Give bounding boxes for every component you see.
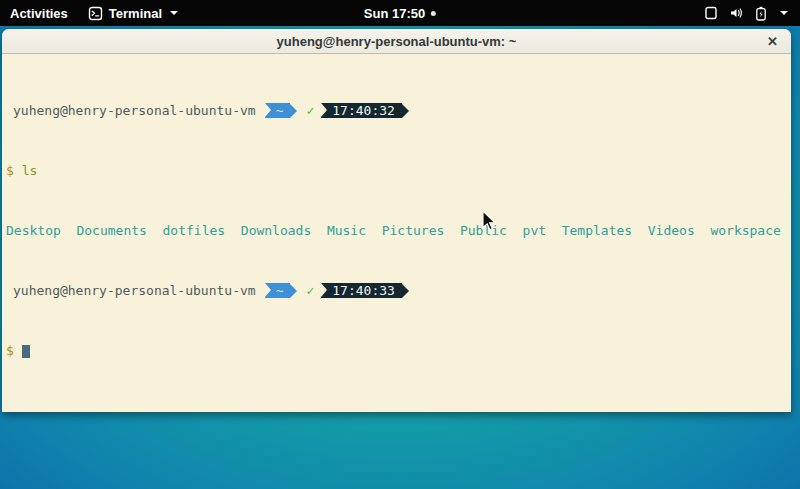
powerline-arrow-icon [290, 284, 297, 298]
ls-output: Desktop Documents dotfiles Downloads Mus… [6, 223, 791, 238]
system-menu[interactable] [692, 0, 800, 26]
status-check-icon: ✓ [306, 103, 314, 118]
prompt-time-segment: 17:40:32 [321, 103, 402, 118]
shell-prompt: $ [6, 343, 14, 358]
shell-prompt: $ [6, 163, 14, 178]
activities-label: Activities [10, 6, 68, 21]
typed-command: ls [22, 163, 38, 178]
terminal-icon [88, 6, 103, 21]
chevron-down-icon [170, 11, 178, 15]
app-menu[interactable]: Terminal [78, 0, 188, 26]
prompt-time: 17:40:32 [332, 103, 395, 118]
prompt-line: yuheng@henry-personal-ubuntu-vm ~ ✓ 17:4… [6, 103, 791, 118]
app-menu-label: Terminal [109, 6, 162, 21]
prompt-username: yuheng@henry-personal-ubuntu-vm [13, 103, 265, 118]
prompt-time-segment: 17:40:33 [321, 283, 402, 298]
powerline-arrow-icon [290, 104, 297, 118]
status-check-icon: ✓ [306, 283, 314, 298]
prompt-cwd: ~ [276, 103, 284, 118]
command-line-current[interactable]: $ [6, 343, 791, 358]
prompt-line: yuheng@henry-personal-ubuntu-vm ~ ✓ 17:4… [6, 283, 791, 298]
mouse-pointer-icon [482, 210, 498, 232]
top-bar: Activities Terminal Sun 17:50 [0, 0, 800, 26]
terminal-cursor [22, 345, 30, 358]
terminal-window: yuheng@henry-personal-ubuntu-vm: ~ ✕ yuh… [2, 29, 791, 412]
window-title: yuheng@henry-personal-ubuntu-vm: ~ [277, 34, 517, 49]
terminal-content[interactable]: yuheng@henry-personal-ubuntu-vm ~ ✓ 17:4… [2, 54, 791, 411]
prompt-cwd-segment: ~ [265, 103, 291, 118]
desktop-background: Activities Terminal Sun 17:50 [0, 0, 800, 489]
window-titlebar[interactable]: yuheng@henry-personal-ubuntu-vm: ~ ✕ [2, 29, 791, 54]
clock-label: Sun 17:50 [364, 6, 425, 21]
chevron-down-icon [780, 11, 788, 15]
prompt-cwd-segment: ~ [265, 283, 291, 298]
screen-icon [704, 6, 718, 20]
activities-button[interactable]: Activities [0, 0, 78, 26]
prompt-time: 17:40:33 [332, 283, 395, 298]
clock-menu[interactable]: Sun 17:50 [356, 0, 444, 26]
prompt-username: yuheng@henry-personal-ubuntu-vm [13, 283, 265, 298]
battery-charging-icon [755, 6, 767, 21]
powerline-arrow-icon [402, 104, 409, 118]
notification-dot [431, 11, 436, 16]
powerline-arrow-icon [402, 284, 409, 298]
command-line: $ ls [6, 163, 791, 178]
close-button[interactable]: ✕ [767, 35, 778, 48]
volume-icon [729, 6, 744, 20]
prompt-cwd: ~ [276, 283, 284, 298]
